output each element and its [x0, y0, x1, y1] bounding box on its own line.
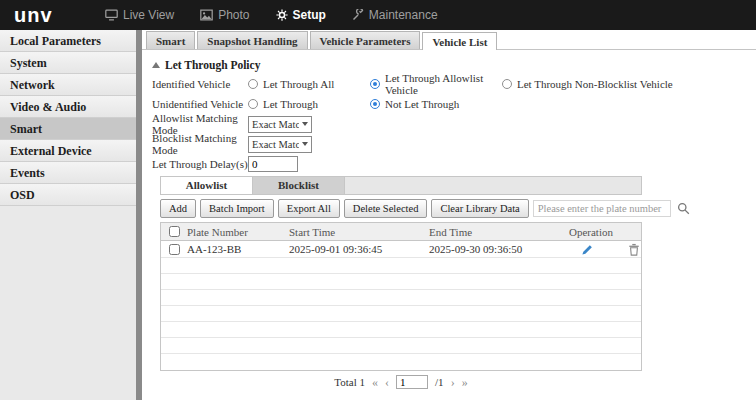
collapse-icon: [152, 62, 160, 68]
empty-table-row: [161, 290, 641, 306]
row-checkbox[interactable]: [161, 244, 187, 255]
tab-smart[interactable]: Smart: [146, 31, 195, 49]
tab-vehicle-list[interactable]: Vehicle List: [422, 32, 497, 50]
library-toolbar: Add Batch Import Export All Delete Selec…: [160, 199, 642, 218]
table-header-row: Plate Number Start Time End Time Operati…: [161, 223, 641, 241]
sidebar-item-video-audio[interactable]: Video & Audio: [0, 96, 136, 118]
radio-let-through-non-blocklist[interactable]: Let Through Non-Blocklist Vehicle: [502, 78, 673, 90]
chevron-down-icon: [299, 142, 311, 146]
nav-photo[interactable]: Photo: [200, 8, 249, 22]
tab-bar: Smart Snapshot Handling Vehicle Paramete…: [142, 30, 756, 50]
pagination-bar: Total 1 « ‹ /1 › »: [160, 373, 642, 391]
blocklist-matching-mode-select[interactable]: Exact Match: [248, 136, 312, 153]
monitor-icon: [105, 9, 118, 21]
field-label: Blocklist Matching Mode: [152, 132, 248, 156]
let-through-policy-section: Let Through Policy Identified Vehicle Le…: [142, 50, 756, 176]
photo-icon: [200, 9, 213, 21]
selected-value: Exact Match: [249, 119, 299, 130]
plate-search-input[interactable]: [533, 200, 671, 217]
section-title: Let Through Policy: [165, 59, 260, 71]
selected-value: Exact Match: [249, 139, 299, 150]
batch-import-button[interactable]: Batch Import: [200, 199, 274, 218]
sidebar-item-system[interactable]: System: [0, 52, 136, 74]
unidentified-vehicle-row: Unidentified Vehicle Let Through Not Let…: [152, 94, 746, 114]
empty-table-row: [161, 322, 641, 338]
sidebar-item-local-parameters[interactable]: Local Parameters: [0, 30, 136, 52]
plate-library-section: Allowlist Blocklist Add Batch Import Exp…: [160, 176, 642, 391]
main-nav: Live View Photo Setup Maintenance: [105, 8, 438, 22]
radio-icon: [248, 99, 258, 109]
next-page-button[interactable]: ›: [451, 375, 455, 390]
library-tab-bar: Allowlist Blocklist: [160, 176, 642, 195]
header-plate-number: Plate Number: [187, 226, 289, 238]
empty-table-row: [161, 258, 641, 274]
nav-label: Setup: [293, 8, 326, 22]
cell-plate-number: AA-123-BB: [187, 243, 289, 255]
table-row: AA-123-BB 2025-09-01 09:36:45 2025-09-30…: [161, 241, 641, 258]
radio-label: Let Through All: [263, 78, 334, 90]
radio-not-let-through[interactable]: Not Let Through: [370, 98, 502, 110]
first-page-button[interactable]: «: [372, 375, 378, 390]
search-icon[interactable]: [675, 202, 692, 215]
page-total: /1: [435, 376, 444, 388]
allowlist-matching-mode-row: Allowlist Matching Mode Exact Match: [152, 114, 746, 134]
empty-table-row: [161, 354, 641, 370]
plate-table: Plate Number Start Time End Time Operati…: [160, 222, 642, 371]
radio-let-through-all[interactable]: Let Through All: [248, 78, 370, 90]
sidebar: Local Parameters System Network Video & …: [0, 30, 136, 400]
last-page-button[interactable]: »: [462, 375, 468, 390]
field-label: Let Through Delay(s): [152, 158, 248, 170]
nav-label: Live View: [123, 8, 174, 22]
tab-blocklist[interactable]: Blocklist: [253, 177, 345, 194]
radio-let-through[interactable]: Let Through: [248, 98, 370, 110]
prev-page-button[interactable]: ‹: [385, 375, 389, 390]
header-start-time: Start Time: [289, 226, 429, 238]
export-all-button[interactable]: Export All: [278, 199, 340, 218]
nav-live-view[interactable]: Live View: [105, 8, 174, 22]
sidebar-item-network[interactable]: Network: [0, 74, 136, 96]
radio-let-through-allowlist[interactable]: Let Through Allowlist Vehicle: [370, 72, 502, 96]
header-end-time: End Time: [429, 226, 569, 238]
radio-label: Not Let Through: [385, 98, 459, 110]
edit-icon[interactable]: [581, 243, 594, 256]
sidebar-item-osd[interactable]: OSD: [0, 184, 136, 206]
identified-vehicle-row: Identified Vehicle Let Through All Let T…: [152, 74, 746, 94]
tab-vehicle-parameters[interactable]: Vehicle Parameters: [310, 31, 421, 49]
tab-allowlist[interactable]: Allowlist: [161, 177, 253, 194]
sidebar-item-events[interactable]: Events: [0, 162, 136, 184]
delete-selected-button[interactable]: Delete Selected: [344, 199, 428, 218]
add-button[interactable]: Add: [160, 199, 196, 218]
delay-input[interactable]: [248, 156, 298, 172]
field-label: Identified Vehicle: [152, 78, 248, 90]
sidebar-item-smart[interactable]: Smart: [0, 118, 136, 140]
delete-icon[interactable]: [628, 243, 640, 256]
header-operation: Operation: [569, 226, 641, 238]
nav-label: Photo: [218, 8, 249, 22]
radio-label: Let Through Non-Blocklist Vehicle: [517, 78, 673, 90]
allowlist-matching-mode-select[interactable]: Exact Match: [248, 116, 312, 133]
clear-library-data-button[interactable]: Clear Library Data: [431, 199, 528, 218]
field-label: Unidentified Vehicle: [152, 98, 248, 110]
gear-icon: [276, 9, 288, 21]
sidebar-item-external-device[interactable]: External Device: [0, 140, 136, 162]
empty-table-row: [161, 338, 641, 354]
main-content: Smart Snapshot Handling Vehicle Paramete…: [142, 30, 756, 400]
tab-snapshot-handling[interactable]: Snapshot Handling: [197, 31, 307, 49]
brand-logo: unv: [0, 4, 105, 27]
nav-setup[interactable]: Setup: [276, 8, 326, 22]
radio-label: Let Through Allowlist Vehicle: [385, 72, 502, 96]
total-count: Total 1: [334, 376, 365, 388]
radio-label: Let Through: [263, 98, 318, 110]
let-through-delay-row: Let Through Delay(s): [152, 154, 746, 174]
cell-operation: [569, 243, 641, 256]
radio-icon-selected: [370, 79, 380, 89]
nav-maintenance[interactable]: Maintenance: [352, 8, 438, 22]
empty-table-row: [161, 274, 641, 290]
select-all-checkbox[interactable]: [161, 226, 187, 237]
page-number-input[interactable]: [396, 375, 428, 389]
radio-icon: [248, 79, 258, 89]
wrench-icon: [352, 9, 364, 21]
cell-end-time: 2025-09-30 09:36:50: [429, 243, 569, 255]
blocklist-matching-mode-row: Blocklist Matching Mode Exact Match: [152, 134, 746, 154]
cell-start-time: 2025-09-01 09:36:45: [289, 243, 429, 255]
